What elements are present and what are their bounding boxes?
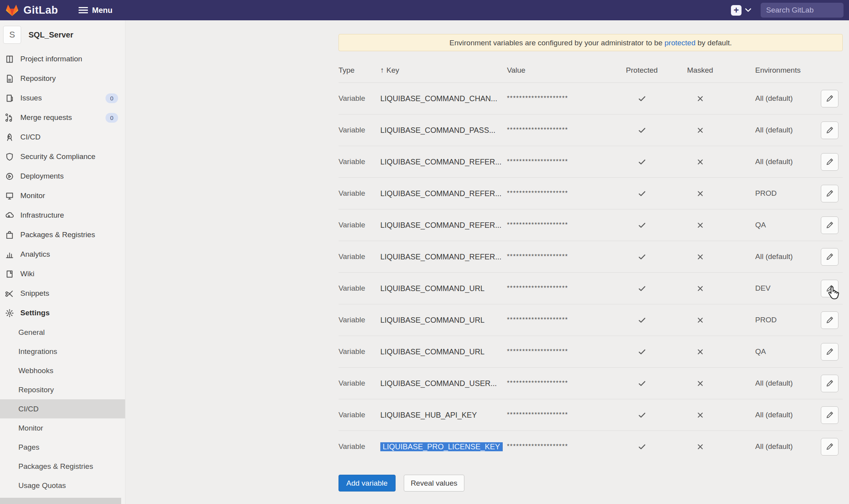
edit-variable-button[interactable] bbox=[821, 216, 838, 234]
table-row: Variable LIQUIBASE_COMMAND_REFER... ****… bbox=[339, 146, 843, 178]
table-actions: Add variable Reveal values bbox=[339, 475, 843, 491]
masked-cross-icon bbox=[662, 221, 738, 229]
add-variable-button[interactable]: Add variable bbox=[339, 475, 396, 491]
analytics-icon bbox=[5, 250, 14, 259]
protected-check-icon bbox=[622, 442, 662, 451]
count-badge: 0 bbox=[106, 93, 118, 103]
pencil-icon bbox=[826, 347, 834, 356]
protected-check-icon bbox=[622, 94, 662, 103]
count-badge: 0 bbox=[106, 113, 118, 123]
edit-variable-button[interactable] bbox=[821, 406, 838, 424]
hamburger-icon bbox=[79, 6, 88, 14]
sidebar-subitem-repository[interactable]: Repository bbox=[0, 380, 125, 399]
sidebar-item-issues[interactable]: Issues0 bbox=[0, 88, 125, 108]
top-navigation-bar: GitLab Menu + bbox=[0, 0, 849, 20]
sidebar-item-label: Monitor bbox=[20, 191, 45, 200]
packages-icon bbox=[5, 231, 14, 239]
masked-cross-icon bbox=[662, 443, 738, 451]
project-information-icon bbox=[5, 55, 14, 63]
search-input[interactable] bbox=[761, 3, 844, 18]
sidebar-item-snippets[interactable]: Snippets bbox=[0, 284, 125, 303]
variable-value-masked: ******************** bbox=[507, 222, 622, 229]
masked-cross-icon bbox=[662, 253, 738, 261]
sidebar-item-wiki[interactable]: Wiki bbox=[0, 264, 125, 284]
variable-type: Variable bbox=[339, 189, 380, 198]
edit-variable-button[interactable] bbox=[821, 311, 838, 329]
home-link[interactable]: GitLab bbox=[5, 4, 58, 17]
sidebar-item-security-compliance[interactable]: Security & Compliance bbox=[0, 147, 125, 166]
sidebar-subitem-pages[interactable]: Pages bbox=[0, 438, 125, 457]
variable-type: Variable bbox=[339, 252, 380, 261]
sidebar-item-packages-registries[interactable]: Packages & Registries bbox=[0, 225, 125, 245]
edit-variable-button[interactable] bbox=[821, 438, 838, 456]
sidebar-item-infrastructure[interactable]: Infrastructure bbox=[0, 206, 125, 225]
edit-variable-button[interactable] bbox=[821, 343, 838, 361]
edit-variable-button[interactable] bbox=[821, 375, 838, 392]
masked-cross-icon bbox=[662, 126, 738, 134]
column-header-key[interactable]: ↑Key bbox=[380, 66, 507, 75]
sidebar-item-label: Security & Compliance bbox=[20, 152, 95, 161]
sidebar-item-merge-requests[interactable]: Merge requests0 bbox=[0, 108, 125, 127]
pencil-icon bbox=[826, 252, 834, 261]
edit-variable-button[interactable] bbox=[821, 185, 838, 202]
variables-table: Type ↑Key Value Protected Masked Environ… bbox=[339, 58, 843, 462]
sidebar-subitem-general[interactable]: General bbox=[0, 323, 125, 342]
sidebar-item-settings[interactable]: Settings bbox=[0, 303, 125, 323]
reveal-values-button[interactable]: Reveal values bbox=[404, 475, 464, 491]
sidebar-item-ci-cd[interactable]: CI/CD bbox=[0, 127, 125, 147]
edit-variable-button[interactable] bbox=[821, 280, 838, 297]
variable-value-masked: ******************** bbox=[507, 348, 622, 355]
new-item-menu-button[interactable]: + bbox=[731, 5, 751, 16]
sidebar-item-analytics[interactable]: Analytics bbox=[0, 245, 125, 264]
chevron-down-icon bbox=[745, 8, 751, 13]
protected-check-icon bbox=[622, 347, 662, 356]
variable-environment: All (default) bbox=[738, 411, 818, 419]
sidebar-item-label: Repository bbox=[20, 74, 56, 83]
brand-title: GitLab bbox=[23, 4, 58, 16]
sidebar-subitem-usage-quotas[interactable]: Usage Quotas bbox=[0, 476, 125, 495]
sidebar-item-label: CI/CD bbox=[20, 133, 41, 141]
variable-key: LIQUIBASE_COMMAND_REFER... bbox=[380, 157, 502, 166]
edit-variable-button[interactable] bbox=[821, 122, 838, 139]
protected-check-icon bbox=[622, 126, 662, 135]
variable-type: Variable bbox=[339, 94, 380, 103]
gitlab-app: GitLab Menu + S SQL_Server Project infor… bbox=[0, 0, 849, 504]
variable-type: Variable bbox=[339, 347, 380, 356]
masked-cross-icon bbox=[662, 95, 738, 103]
cicd-icon bbox=[5, 133, 14, 141]
pencil-icon bbox=[826, 411, 834, 419]
protected-check-icon bbox=[622, 252, 662, 261]
sidebar-subitem-monitor[interactable]: Monitor bbox=[0, 418, 125, 438]
variable-value-masked: ******************** bbox=[507, 380, 622, 387]
protected-link[interactable]: protected bbox=[665, 39, 695, 47]
menu-button[interactable]: Menu bbox=[79, 6, 113, 15]
variable-value-masked: ******************** bbox=[507, 158, 622, 165]
variable-value-masked: ******************** bbox=[507, 411, 622, 418]
sidebar-item-label: Infrastructure bbox=[20, 211, 64, 220]
edit-variable-button[interactable] bbox=[821, 90, 838, 107]
sidebar-item-monitor[interactable]: Monitor bbox=[0, 186, 125, 206]
sidebar-item-project-information[interactable]: Project information bbox=[0, 49, 125, 69]
sidebar-subitem-packages-registries[interactable]: Packages & Registries bbox=[0, 457, 125, 476]
edit-variable-button[interactable] bbox=[821, 248, 838, 266]
variable-key: LIQUIBASE_COMMAND_PASS... bbox=[380, 126, 495, 134]
variable-key: LIQUIBASE_COMMAND_URL bbox=[380, 347, 485, 356]
protected-check-icon bbox=[622, 221, 662, 230]
variable-type: Variable bbox=[339, 316, 380, 324]
plus-icon: + bbox=[731, 5, 742, 16]
sort-ascending-icon[interactable]: ↑ bbox=[380, 66, 384, 74]
column-header-value: Value bbox=[507, 66, 622, 75]
sidebar-item-repository[interactable]: Repository bbox=[0, 69, 125, 88]
sidebar-subitem-integrations[interactable]: Integrations bbox=[0, 342, 125, 361]
pencil-icon bbox=[826, 379, 834, 388]
edit-variable-button[interactable] bbox=[821, 153, 838, 171]
sidebar-item-label: Packages & Registries bbox=[20, 231, 95, 239]
sidebar-project-link[interactable]: S SQL_Server bbox=[0, 20, 125, 49]
masked-cross-icon bbox=[662, 158, 738, 166]
sidebar-item-deployments[interactable]: Deployments bbox=[0, 166, 125, 186]
sidebar-subitem-ci-cd[interactable]: CI/CD bbox=[0, 399, 125, 418]
sidebar-subitem-webhooks[interactable]: Webhooks bbox=[0, 361, 125, 380]
variable-key: LIQUIBASE_COMMAND_CHAN... bbox=[380, 94, 497, 103]
monitor-icon bbox=[5, 191, 14, 200]
pencil-icon bbox=[826, 94, 834, 103]
